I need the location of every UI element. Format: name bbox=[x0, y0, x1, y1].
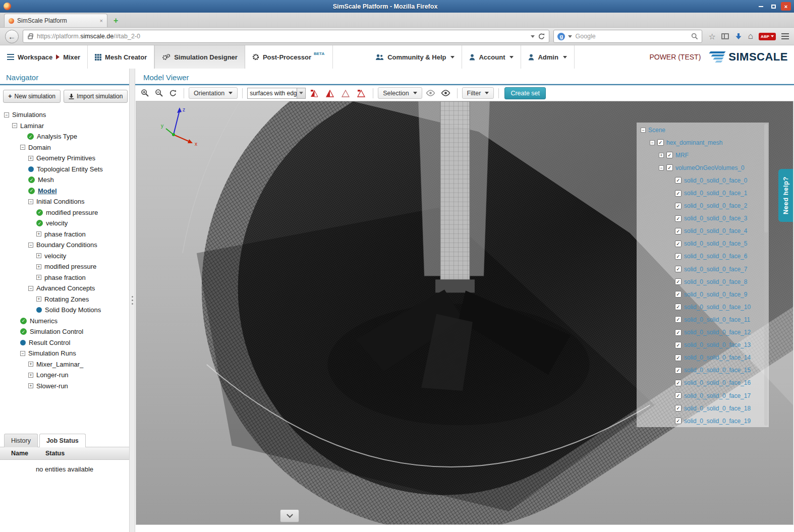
tree-item-domain[interactable]: −Domain bbox=[0, 142, 129, 153]
scene-node-solid-0-solid-0-face-15[interactable]: ✓solid_0_solid_0_face_15 bbox=[637, 364, 769, 377]
tree-item-label[interactable]: Domain bbox=[28, 144, 51, 151]
visibility-checkbox[interactable]: ✓ bbox=[675, 304, 682, 310]
collapse-icon[interactable]: − bbox=[641, 128, 646, 133]
reload-button[interactable] bbox=[538, 33, 545, 40]
collapse-icon[interactable]: − bbox=[650, 140, 655, 145]
expand-icon[interactable]: + bbox=[36, 297, 41, 302]
clip-plane-button-3[interactable] bbox=[338, 87, 353, 99]
scene-node-solid-0-solid-0-face-3[interactable]: ✓solid_0_solid_0_face_3 bbox=[637, 212, 769, 225]
scene-node-solid-0-solid-0-face-13[interactable]: ✓solid_0_solid_0_face_13 bbox=[637, 339, 769, 351]
show-all-button[interactable] bbox=[439, 87, 452, 99]
expand-icon[interactable]: + bbox=[36, 264, 41, 269]
scene-node-label[interactable]: solid_0_solid_0_face_6 bbox=[684, 253, 747, 260]
visibility-checkbox[interactable]: ✓ bbox=[666, 152, 673, 158]
filter-dropdown[interactable]: Filter bbox=[462, 87, 494, 99]
visibility-checkbox[interactable]: ✓ bbox=[675, 266, 682, 272]
tree-item-slower-run[interactable]: +Slower-run bbox=[0, 381, 129, 392]
tree-item-label[interactable]: Numerics bbox=[30, 317, 58, 325]
tree-item-boundary-conditions[interactable]: −Boundary Conditions bbox=[0, 240, 129, 251]
scene-node-label[interactable]: solid_0_solid_0_face_0 bbox=[684, 177, 747, 184]
url-dropdown-icon[interactable] bbox=[531, 35, 535, 38]
bookmarks-panel-icon[interactable] bbox=[721, 33, 729, 39]
scene-node-label[interactable]: solid_0_solid_0_face_14 bbox=[684, 354, 751, 361]
scene-node-solid-0-solid-0-face-9[interactable]: ✓solid_0_solid_0_face_9 bbox=[637, 288, 769, 301]
hamburger-menu-icon[interactable] bbox=[781, 33, 789, 39]
clip-plane-button-4[interactable] bbox=[354, 87, 368, 99]
tree-item-longer-run[interactable]: +Longer-run bbox=[0, 370, 129, 381]
tab-community-help[interactable]: Community & Help bbox=[368, 45, 462, 69]
tree-item-rotating-zones[interactable]: +Rotating Zones bbox=[0, 294, 129, 305]
tree-item-modified-pressure[interactable]: ✓modified pressure bbox=[0, 207, 129, 218]
collapse-icon[interactable]: − bbox=[28, 286, 33, 291]
visibility-checkbox[interactable]: ✓ bbox=[675, 316, 682, 323]
visibility-checkbox[interactable]: ✓ bbox=[675, 177, 682, 184]
need-help-button[interactable]: Need help? bbox=[778, 169, 793, 222]
tree-item-label[interactable]: Rotating Zones bbox=[44, 295, 89, 303]
viewport-collapse-button[interactable] bbox=[280, 509, 299, 522]
tree-item-velocity[interactable]: +velocity bbox=[0, 251, 129, 262]
scene-node-solid-0-solid-0-face-8[interactable]: ✓solid_0_solid_0_face_8 bbox=[637, 275, 769, 288]
selection-dropdown[interactable]: Selection bbox=[378, 87, 422, 99]
collapse-icon[interactable]: − bbox=[28, 243, 33, 248]
visibility-checkbox[interactable]: ✓ bbox=[666, 164, 673, 171]
scene-node-label[interactable]: Scene bbox=[648, 127, 665, 134]
orientation-dropdown[interactable]: Orientation bbox=[189, 87, 238, 99]
tree-item-label[interactable]: Slower-run bbox=[36, 382, 68, 390]
tree-item-label[interactable]: Mesh bbox=[38, 176, 54, 184]
tab-post-processor[interactable]: Post-Processor BETA bbox=[245, 45, 333, 69]
maximize-button[interactable] bbox=[768, 2, 778, 11]
clip-plane-button-1[interactable] bbox=[307, 87, 321, 99]
tab-account[interactable]: Account bbox=[462, 45, 521, 69]
tree-item-label[interactable]: Simulation Control bbox=[30, 328, 83, 335]
adblock-button[interactable]: ABP bbox=[759, 33, 776, 40]
expand-icon[interactable]: + bbox=[36, 275, 41, 280]
visibility-checkbox[interactable]: ✓ bbox=[675, 392, 682, 399]
panel-splitter[interactable] bbox=[129, 69, 135, 532]
scene-node-label[interactable]: solid_0_solid_0_face_5 bbox=[684, 240, 747, 247]
tree-item-label[interactable]: velocity bbox=[46, 219, 68, 227]
scrollbar-thumb[interactable] bbox=[764, 124, 768, 232]
import-simulation-button[interactable]: Import simulation bbox=[64, 90, 128, 103]
refresh-view-button[interactable] bbox=[167, 87, 179, 99]
scene-node-solid-0-solid-0-face-0[interactable]: ✓solid_0_solid_0_face_0 bbox=[637, 174, 769, 187]
expand-icon[interactable]: + bbox=[28, 383, 33, 388]
tree-item-laminar[interactable]: −Laminar bbox=[0, 121, 129, 132]
tree-item-initial-conditions[interactable]: −Initial Conditions bbox=[0, 196, 129, 207]
scene-node-label[interactable]: volumeOnGeoVolumes_0 bbox=[675, 164, 745, 171]
tree-item-velocity[interactable]: ✓velocity bbox=[0, 218, 129, 229]
tree-item-label[interactable]: modified pressure bbox=[46, 209, 98, 216]
hide-selection-button[interactable] bbox=[424, 87, 437, 99]
tree-item-numerics[interactable]: ✓Numerics bbox=[0, 316, 129, 327]
scene-node-label[interactable]: solid_0_solid_0_face_1 bbox=[684, 190, 747, 197]
visibility-checkbox[interactable]: ✓ bbox=[675, 342, 682, 348]
tab-admin[interactable]: Admin bbox=[521, 45, 574, 69]
scene-scrollbar[interactable] bbox=[764, 124, 768, 426]
tree-item-label[interactable]: Simulation Runs bbox=[28, 349, 76, 357]
tree-item-simulation-runs[interactable]: −Simulation Runs bbox=[0, 348, 129, 359]
column-header-status[interactable]: Status bbox=[45, 450, 65, 457]
scene-node-label[interactable]: MRF bbox=[675, 152, 689, 159]
tree-item-geometry-primitives[interactable]: +Geometry Primitives bbox=[0, 153, 129, 164]
tree-item-mesh[interactable]: ✓Mesh bbox=[0, 174, 129, 186]
new-tab-button[interactable]: + bbox=[114, 16, 118, 25]
browser-tab[interactable]: SimScale Platform × bbox=[4, 14, 107, 27]
tree-item-label[interactable]: Simulations bbox=[12, 111, 46, 119]
scene-node-solid-0-solid-0-face-18[interactable]: ✓solid_0_solid_0_face_18 bbox=[637, 402, 769, 415]
tree-item-label[interactable]: Model bbox=[38, 187, 57, 195]
tree-item-label[interactable]: Geometry Primitives bbox=[36, 154, 95, 162]
visibility-checkbox[interactable]: ✓ bbox=[675, 215, 682, 222]
tree-item-label[interactable]: Initial Conditions bbox=[36, 198, 84, 205]
tree-item-advanced-concepts[interactable]: −Advanced Concepts bbox=[0, 283, 129, 294]
zoom-in-button[interactable] bbox=[139, 87, 151, 99]
tree-item-result-control[interactable]: Result Control bbox=[0, 337, 129, 348]
search-engine-dropdown-icon[interactable] bbox=[568, 35, 572, 38]
tree-item-label[interactable]: Result Control bbox=[29, 339, 70, 346]
tab-mesh-creator[interactable]: Mesh Creator bbox=[88, 45, 154, 69]
expand-icon[interactable]: + bbox=[36, 253, 41, 258]
tab-close-icon[interactable]: × bbox=[100, 18, 103, 24]
scene-node-label[interactable]: hex_dominant_mesh bbox=[666, 139, 722, 146]
tab-job-status[interactable]: Job Status bbox=[39, 434, 86, 447]
viewport-3d[interactable]: z x y −Scene−✓hex_dominant_mesh+✓MRF−✓vo… bbox=[136, 101, 793, 525]
tree-item-label[interactable]: Solid Body Motions bbox=[45, 306, 101, 314]
scene-node-solid-0-solid-0-face-1[interactable]: ✓solid_0_solid_0_face_1 bbox=[637, 187, 769, 199]
